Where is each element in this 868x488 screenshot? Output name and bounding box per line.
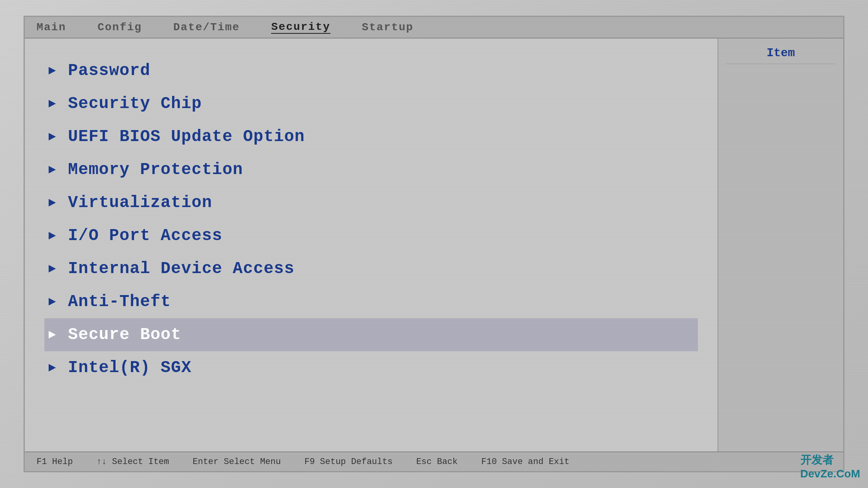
arrow-icon: ►	[48, 295, 60, 309]
menu-label-password: Password	[68, 61, 150, 80]
watermark-line2: DevZe.CoM	[800, 468, 860, 480]
key-f10: F10 Save and Exit	[481, 457, 569, 467]
key-f9: F9 Setup Defaults	[305, 457, 393, 467]
menu-item-password[interactable]: ► Password	[44, 54, 698, 87]
arrow-icon: ►	[48, 64, 60, 78]
menu-label-security-chip: Security Chip	[68, 94, 202, 113]
bios-window: Main Config Date/Time Security Startup ►…	[24, 16, 844, 472]
menu-item-memory-protection[interactable]: ► Memory Protection	[44, 153, 698, 186]
nav-main[interactable]: Main	[37, 21, 66, 33]
arrow-icon: ►	[48, 97, 60, 111]
menu-label-io-port: I/O Port Access	[68, 226, 222, 245]
menu-list: ► Password ► Security Chip ► UEFI BIOS U…	[25, 39, 718, 451]
arrow-icon: ►	[48, 328, 60, 342]
watermark: 开发者 DevZe.CoM	[800, 453, 860, 480]
menu-item-io-port[interactable]: ► I/O Port Access	[44, 219, 698, 252]
arrow-icon: ►	[48, 262, 60, 276]
right-panel-title: Item	[726, 46, 835, 64]
arrow-icon: ►	[48, 361, 60, 375]
main-content: ► Password ► Security Chip ► UEFI BIOS U…	[25, 39, 843, 451]
menu-item-internal-device[interactable]: ► Internal Device Access	[44, 252, 698, 285]
menu-label-memory-protection: Memory Protection	[68, 160, 243, 179]
key-nav: ↑↓ Select Item	[96, 457, 169, 467]
top-nav-bar: Main Config Date/Time Security Startup	[25, 17, 843, 39]
arrow-icon: ►	[48, 229, 60, 243]
menu-label-internal-device: Internal Device Access	[68, 259, 295, 278]
menu-label-uefi-bios: UEFI BIOS Update Option	[68, 127, 305, 146]
menu-label-virtualization: Virtualization	[68, 193, 212, 212]
menu-item-anti-theft[interactable]: ► Anti-Theft	[44, 285, 698, 318]
menu-label-anti-theft: Anti-Theft	[68, 292, 171, 311]
menu-item-intel-sgx[interactable]: ► Intel(R) SGX	[44, 351, 698, 384]
arrow-icon: ►	[48, 130, 60, 144]
menu-item-security-chip[interactable]: ► Security Chip	[44, 87, 698, 120]
nav-datetime[interactable]: Date/Time	[173, 21, 240, 33]
menu-item-secure-boot[interactable]: ► Secure Boot	[44, 318, 698, 351]
menu-label-intel-sgx: Intel(R) SGX	[68, 358, 191, 377]
arrow-icon: ►	[48, 196, 60, 210]
menu-item-virtualization[interactable]: ► Virtualization	[44, 186, 698, 219]
menu-label-secure-boot: Secure Boot	[68, 325, 181, 344]
key-esc: Esc Back	[416, 457, 458, 467]
bottom-bar: F1 Help ↑↓ Select Item Enter Select Menu…	[25, 451, 843, 471]
watermark-line1: 开发者	[800, 454, 833, 466]
menu-item-uefi-bios[interactable]: ► UEFI BIOS Update Option	[44, 120, 698, 153]
bios-screen: Main Config Date/Time Security Startup ►…	[0, 0, 868, 488]
nav-config[interactable]: Config	[97, 21, 142, 33]
key-enter: Enter Select Menu	[193, 457, 281, 467]
arrow-icon: ►	[48, 163, 60, 177]
right-panel: Item	[718, 39, 843, 451]
nav-startup[interactable]: Startup	[362, 21, 414, 33]
key-f1: F1 Help	[37, 457, 73, 467]
nav-security[interactable]: Security	[271, 21, 330, 34]
